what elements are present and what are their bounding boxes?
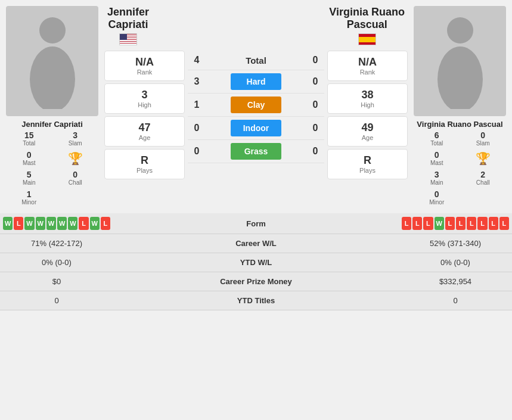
us-flag-icon <box>119 33 137 45</box>
left-plays-value: R <box>107 154 182 167</box>
right-plays-card: R Plays <box>327 149 408 179</box>
right-high-card: 38 High <box>327 83 408 114</box>
form-badge: W <box>90 217 100 230</box>
clay-row: 1 Clay 0 <box>188 94 324 117</box>
right-plays-label: Plays <box>330 167 405 174</box>
right-player-name: Virginia Ruano Pascual <box>417 120 502 129</box>
right-player-silhouette <box>433 14 487 109</box>
right-chall-cell: 2 Chall <box>460 168 507 188</box>
left-trophy: 🏆 <box>52 148 99 168</box>
scores-panels: N/A Rank 3 High 47 Age R Plays <box>104 51 408 182</box>
right-prize: $332,954 <box>402 277 509 286</box>
right-main-cell: 3 Main <box>414 168 460 188</box>
scores-middle: 4 Total 0 3 Hard 0 1 Clay 0 <box>188 51 324 182</box>
right-career-wl: 52% (371-340) <box>402 239 509 248</box>
right-total-score: 0 <box>306 55 324 66</box>
right-form-badges: LLLWLLLLLL <box>402 217 509 230</box>
left-main-cell: 5 Main <box>6 168 52 188</box>
form-badge: L <box>14 217 23 230</box>
svg-point-2 <box>447 17 473 43</box>
form-badge: L <box>499 217 509 230</box>
right-mast-value: 0 <box>414 150 460 160</box>
left-mast-cell: 0 Mast <box>6 148 52 168</box>
form-badge: W <box>3 217 13 230</box>
bottom-stats: WLWWWWWLWL Form LLLWLLLLLL 71% (422-172)… <box>0 213 512 310</box>
left-age-value: 47 <box>107 122 182 134</box>
form-badge: W <box>68 217 77 230</box>
grass-button[interactable]: Grass <box>231 143 281 160</box>
total-label: Total <box>206 55 306 66</box>
right-main-label: Main <box>414 179 460 186</box>
form-badge: W <box>435 217 444 230</box>
left-slam-cell: 3 Slam <box>52 129 99 148</box>
left-indoor-score: 0 <box>188 123 206 133</box>
left-minor-value: 1 <box>6 189 52 199</box>
right-ytd-wl: 0% (0-0) <box>402 258 509 267</box>
right-age-value: 49 <box>330 122 405 134</box>
form-badge: L <box>412 217 422 230</box>
left-main-label: Main <box>6 179 52 186</box>
form-badge: L <box>101 217 110 230</box>
form-badge: L <box>456 217 466 230</box>
right-rank-card: N/A Rank <box>327 51 408 81</box>
left-career-wl: 71% (422-172) <box>3 239 110 248</box>
right-mast-cell: 0 Mast <box>414 148 460 168</box>
left-age-label: Age <box>107 134 182 141</box>
right-high-label: High <box>330 101 405 108</box>
left-chall-label: Chall <box>52 179 99 186</box>
right-player-stats: 6 Total 0 Slam 0 Mast 🏆 3 Main <box>414 129 506 207</box>
form-badge: W <box>57 217 67 230</box>
right-age-card: 49 Age <box>327 116 408 147</box>
right-chall-label: Chall <box>460 179 507 186</box>
left-name-block: Jennifer Capriati <box>107 6 149 48</box>
form-badge: L <box>467 217 476 230</box>
left-total-value: 15 <box>6 130 52 140</box>
right-hard-score: 0 <box>306 76 324 87</box>
left-player-silhouette <box>26 14 79 109</box>
form-badge: W <box>46 217 56 230</box>
left-player-name: Jennifer Capriati <box>21 120 83 129</box>
left-stats-panel: N/A Rank 3 High 47 Age R Plays <box>104 51 185 182</box>
form-badge: L <box>402 217 411 230</box>
ytd-wl-row: 0% (0-0) YTD W/L 0% (0-0) <box>0 253 512 272</box>
form-badge: W <box>24 217 34 230</box>
right-trophy: 🏆 <box>460 148 507 168</box>
right-minor-cell: 0 Minor <box>414 188 460 207</box>
left-high-label: High <box>107 101 182 108</box>
form-badge: L <box>445 217 455 230</box>
left-flag <box>119 33 137 48</box>
ytd-titles-label: YTD Titles <box>110 296 402 305</box>
left-total-score: 4 <box>188 55 206 66</box>
hard-button[interactable]: Hard <box>231 73 281 90</box>
right-total-label: Total <box>414 140 460 147</box>
right-high-value: 38 <box>330 89 405 101</box>
career-wl-row: 71% (422-172) Career W/L 52% (371-340) <box>0 234 512 253</box>
right-mast-label: Mast <box>414 160 460 166</box>
right-player: Virginia Ruano Pascual 6 Total 0 Slam 0 … <box>408 6 512 207</box>
left-form-badges: WLWWWWWLWL <box>3 217 110 230</box>
ytd-titles-row: 0 YTD Titles 0 <box>0 291 512 310</box>
right-slam-value: 0 <box>460 130 507 140</box>
left-prize: $0 <box>3 277 110 286</box>
left-clay-score: 1 <box>188 99 206 110</box>
left-minor-label: Minor <box>6 199 52 206</box>
left-minor-cell: 1 Minor <box>6 188 52 207</box>
left-rank-card: N/A Rank <box>104 51 185 81</box>
right-minor-value: 0 <box>414 189 460 199</box>
career-wl-label: Career W/L <box>110 239 402 248</box>
left-ytd-wl: 0% (0-0) <box>3 258 110 267</box>
right-age-label: Age <box>330 134 405 141</box>
left-player-photo <box>6 6 98 116</box>
center-content: Jennifer Capriati Virginia Ruano Pascual <box>104 6 408 207</box>
right-name-header: Virginia Ruano Pascual <box>329 6 405 31</box>
clay-button[interactable]: Clay <box>231 97 281 113</box>
left-hard-score: 3 <box>188 76 206 87</box>
indoor-button[interactable]: Indoor <box>231 120 281 136</box>
right-slam-label: Slam <box>460 140 507 147</box>
right-main-value: 3 <box>414 170 460 179</box>
svg-point-3 <box>437 46 483 109</box>
left-rank-value: N/A <box>107 56 182 69</box>
form-label: Form <box>110 219 402 228</box>
trophy-icon: 🏆 <box>68 151 83 166</box>
right-stats-panel: N/A Rank 38 High 49 Age R Plays <box>327 51 408 182</box>
